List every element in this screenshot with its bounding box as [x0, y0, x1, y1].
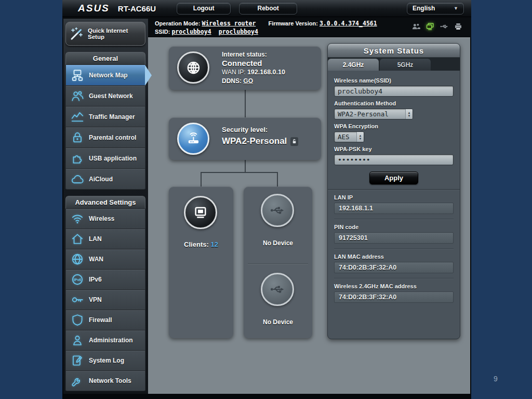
authentication-method-select[interactable]: WPA2-Personal ▲▼ — [334, 109, 413, 119]
firmware-info: Operation Mode: Wireless router Firmware… — [155, 19, 377, 36]
sidebar-item-label: VPN — [89, 296, 102, 303]
magic-wand-icon — [69, 26, 85, 42]
wpa-psk-key-label: WPA-PSK key — [334, 146, 454, 152]
sidebar-item-administration[interactable]: Administration — [65, 330, 145, 351]
ssid-link-1[interactable]: proclubboy4 — [171, 28, 211, 35]
quick-internet-setup-button[interactable]: Quick Internet Setup — [65, 22, 145, 46]
clients-group-icon[interactable] — [411, 22, 421, 31]
sidebar-item-label: LAN — [89, 235, 102, 243]
security-level-value: WPA2-Personal — [222, 135, 287, 148]
sidebar-item-label: Guest Network — [89, 92, 133, 100]
sidebar-item-ipv6[interactable]: IPv6 IPv6 — [65, 270, 145, 290]
sidebar-item-label: USB application — [89, 155, 137, 162]
info-row-lan-mac: LAN MAC address 74:D0:2B:3F:32:A0 — [334, 249, 454, 278]
logout-button[interactable]: Logout — [177, 3, 231, 15]
sidebar-item-label: Wireless — [89, 215, 114, 222]
administration-icon — [71, 334, 84, 347]
wireless-name-input[interactable] — [334, 86, 454, 97]
language-label: English — [413, 5, 435, 12]
security-panel[interactable]: Security level: WPA2-Personal — [169, 117, 321, 160]
firmware-version-link[interactable]: 3.0.0.4.374_4561 — [320, 20, 377, 27]
wpa-encryption-value: AES — [335, 133, 356, 141]
printer-icon[interactable] — [454, 22, 463, 31]
asus-logo: ASUS — [78, 3, 110, 14]
operation-mode-label: Operation Mode: — [155, 20, 200, 26]
sidebar-item-lan[interactable]: LAN — [65, 229, 145, 249]
connector-line — [245, 160, 246, 172]
security-level-label: Security level: — [222, 125, 298, 135]
sidebar-item-network-map[interactable]: Network Map — [65, 65, 145, 86]
system-status-title: System Status — [328, 44, 460, 58]
aicloud-icon — [71, 172, 84, 186]
operation-mode-link[interactable]: Wireless router — [202, 20, 256, 27]
spinner-arrows-icon: ▲▼ — [405, 109, 413, 119]
language-dropdown[interactable]: English ▼ — [407, 3, 464, 15]
lan-ip-value: 192.168.1.1 — [334, 203, 454, 214]
network-map-content: Internet status: Connected WAN IP: 192.1… — [148, 37, 470, 394]
wireless-mac-label: Wireless 2.4GHz MAC address — [334, 283, 454, 289]
usb-port-1-icon — [261, 194, 294, 227]
usb-1-status: No Device — [244, 240, 312, 247]
sidebar-item-label: System Log — [89, 357, 124, 364]
lan-icon — [71, 232, 84, 246]
reboot-button[interactable]: Reboot — [239, 3, 297, 15]
sidebar-item-label: Network Map — [89, 72, 128, 79]
clients-label: Clients: — [184, 241, 209, 248]
parental-control-icon — [71, 131, 84, 144]
system-log-icon — [71, 354, 84, 367]
sidebar-item-label: IPv6 — [89, 276, 102, 283]
sidebar-item-label: WAN — [89, 256, 103, 263]
sidebar-item-wireless[interactable]: Wireless — [65, 209, 145, 229]
top-bar: ASUS RT-AC66U Logout Reboot English ▼ — [62, 0, 471, 17]
usb-port-2-icon — [261, 273, 294, 306]
usb-devices-panel[interactable]: No Device No Device — [244, 187, 312, 338]
sidebar-item-guest-network[interactable]: Guest Network — [65, 86, 145, 107]
system-status-form: Wireless name(SSID) Authentication Metho… — [328, 71, 460, 184]
network-map-icon — [71, 69, 84, 82]
ssid-link-2[interactable]: proclubboy4 — [219, 28, 258, 35]
ddns-go-link[interactable]: GO — [243, 77, 253, 85]
wpa-psk-key-input[interactable] — [334, 154, 454, 165]
general-section-header: General — [65, 52, 145, 65]
connector-line — [201, 172, 202, 187]
sidebar-item-network-tools[interactable]: Network Tools — [65, 371, 145, 391]
tab-5ghz[interactable]: 5GHz — [380, 59, 431, 71]
quick-internet-setup-label: Quick Internet Setup — [88, 28, 142, 40]
wireless-name-label: Wireless name(SSID) — [334, 77, 454, 84]
apply-button[interactable]: Apply — [369, 171, 418, 184]
sidebar-item-traffic-manager[interactable]: Traffic Manager — [65, 107, 145, 127]
spinner-arrows-icon: ▲▼ — [356, 132, 364, 142]
advanced-settings-header: Advanced Settings — [65, 196, 145, 209]
wpa-encryption-select[interactable]: AES ▲▼ — [334, 131, 364, 142]
authentication-method-value: WPA2-Personal — [335, 110, 405, 118]
lan-ip-label: LAN IP — [334, 194, 454, 201]
client-monitor-icon[interactable] — [425, 22, 435, 31]
client-computer-icon — [184, 196, 217, 229]
pin-code-value: 91725301 — [334, 232, 454, 244]
authentication-method-label: Authentication Method — [334, 100, 454, 107]
tab-2-4ghz[interactable]: 2.4GHz — [328, 59, 379, 71]
sidebar-item-label: Administration — [89, 337, 133, 344]
clients-panel[interactable]: Clients: 12 — [169, 187, 233, 338]
usb-device-icon[interactable] — [440, 22, 449, 31]
clients-count[interactable]: 12 — [210, 241, 218, 248]
sidebar-item-vpn[interactable]: VPN — [65, 290, 145, 310]
connector-line — [277, 172, 278, 187]
wireless-icon — [71, 212, 84, 225]
globe-icon — [177, 51, 209, 84]
sidebar-item-usb-application[interactable]: USB application — [65, 148, 145, 169]
vpn-icon — [71, 293, 84, 307]
sidebar-item-aicloud[interactable]: AiCloud — [65, 169, 145, 190]
internet-status-label: Internet status: — [222, 50, 285, 59]
svg-text:IPv6: IPv6 — [74, 278, 82, 282]
sidebar-item-system-log[interactable]: System Log — [65, 351, 145, 371]
system-status-panel: System Status 2.4GHz 5GHz Wireless name(… — [327, 43, 460, 339]
sidebar-item-firewall[interactable]: Firewall — [65, 310, 145, 330]
sidebar-item-parental-control[interactable]: Parental control — [65, 127, 145, 148]
usb-panel-divider — [248, 263, 308, 264]
sidebar-item-wan[interactable]: WAN — [65, 249, 145, 270]
system-info-list: LAN IP 192.168.1.1 PIN code 91725301 LAN… — [328, 189, 460, 308]
band-tabs: 2.4GHz 5GHz — [328, 58, 460, 71]
internet-status-panel[interactable]: Internet status: Connected WAN IP: 192.1… — [169, 46, 321, 90]
advanced-settings-section: Advanced Settings Wireless LAN WAN IPv6 … — [65, 196, 145, 391]
